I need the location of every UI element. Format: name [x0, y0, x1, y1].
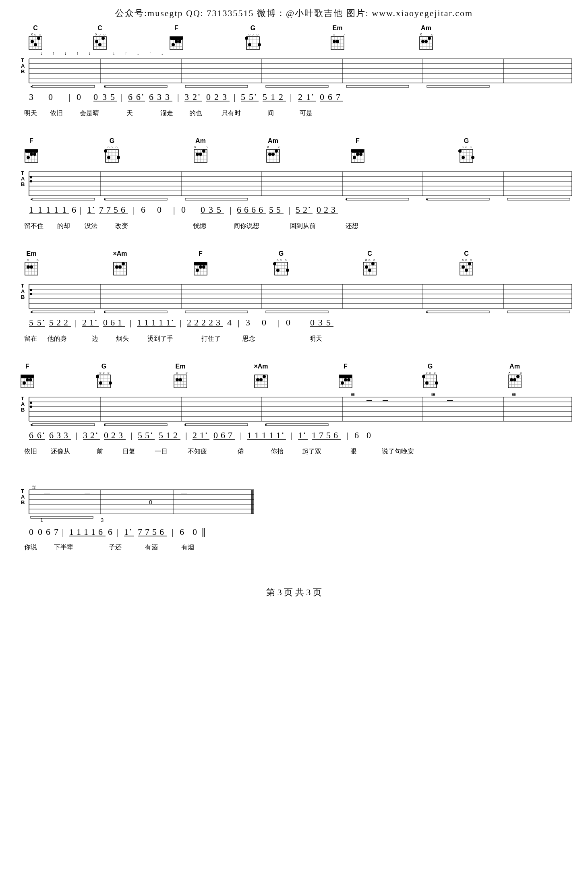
svg-text:子还: 子还: [109, 544, 122, 551]
svg-text:Am: Am: [509, 363, 520, 370]
svg-point-427: [31, 311, 32, 313]
svg-text:A: A: [21, 63, 25, 69]
svg-text:明天: 明天: [309, 335, 322, 342]
svg-text:3: 3: [101, 517, 104, 523]
svg-point-244: [471, 156, 474, 159]
svg-text:0: 0: [104, 430, 108, 440]
svg-point-504: [99, 381, 102, 385]
svg-text:○: ○: [205, 145, 208, 149]
svg-text:×: ×: [95, 32, 97, 37]
svg-point-566: [510, 378, 513, 381]
svg-point-420: [30, 293, 32, 295]
svg-text:2: 2: [201, 317, 206, 327]
svg-text:|: |: [238, 317, 239, 327]
svg-text:6: 6: [328, 92, 332, 102]
svg-text:G: G: [101, 363, 106, 370]
svg-text:•: •: [198, 92, 200, 98]
svg-text:3: 3: [157, 92, 161, 102]
svg-text:|: |: [177, 92, 179, 102]
svg-text:|: |: [240, 430, 242, 440]
svg-point-386: [365, 265, 368, 269]
svg-text:回到从前: 回到从前: [290, 222, 316, 229]
svg-text:F: F: [199, 250, 203, 257]
svg-text:2: 2: [173, 430, 178, 440]
svg-text:|: |: [68, 92, 70, 102]
svg-text:•: •: [205, 431, 207, 436]
svg-text:×Am: ×Am: [113, 250, 127, 257]
svg-text:Em: Em: [27, 250, 37, 257]
svg-point-517: [179, 378, 182, 381]
svg-text:|: |: [278, 317, 280, 327]
svg-text:5: 5: [49, 317, 54, 327]
svg-rect-110: [346, 85, 409, 87]
svg-point-528: [259, 378, 263, 381]
svg-text:Em: Em: [176, 363, 186, 370]
svg-text:1: 1: [46, 205, 50, 215]
svg-text:3: 3: [29, 92, 33, 102]
svg-point-552: [422, 375, 425, 378]
svg-text:1: 1: [269, 430, 273, 440]
svg-text:•: •: [312, 92, 313, 98]
svg-text:3: 3: [56, 430, 61, 440]
svg-text:0: 0: [38, 527, 42, 537]
page-footer: 第 3 页 共 3 页: [0, 586, 588, 611]
svg-text:↓: ↓: [89, 51, 91, 56]
svg-text:○: ○: [99, 371, 101, 375]
svg-text:改变: 改变: [115, 222, 128, 229]
svg-text:≋: ≋: [511, 391, 516, 397]
svg-point-565: [516, 375, 520, 378]
svg-text:|: |: [180, 317, 181, 327]
svg-text:1: 1: [144, 317, 149, 327]
svg-text:1: 1: [312, 430, 316, 440]
svg-text:○: ○: [276, 258, 279, 262]
svg-text:没法: 没法: [85, 222, 97, 229]
svg-text:2: 2: [193, 92, 197, 102]
svg-text:↓: ↓: [161, 51, 164, 56]
svg-text:6: 6: [221, 430, 225, 440]
svg-rect-269: [507, 198, 570, 200]
svg-point-357: [199, 265, 202, 269]
svg-text:|: |: [346, 430, 348, 440]
svg-text:6: 6: [128, 92, 133, 102]
svg-text:•: •: [43, 318, 44, 323]
svg-point-205: [199, 153, 202, 156]
svg-text:还想: 还想: [346, 222, 358, 229]
svg-text:5: 5: [249, 92, 253, 102]
svg-point-273: [426, 199, 428, 200]
svg-text:|: |: [173, 205, 175, 215]
svg-text:6: 6: [110, 317, 115, 327]
svg-text:C: C: [97, 25, 102, 31]
svg-point-38: [178, 40, 181, 43]
svg-point-567: [513, 378, 516, 381]
svg-text:○: ○: [280, 258, 282, 262]
svg-text:○: ○: [107, 371, 110, 375]
svg-text:B: B: [21, 407, 25, 413]
svg-rect-265: [105, 198, 167, 200]
svg-rect-106: [32, 85, 95, 87]
svg-text:5: 5: [114, 205, 118, 215]
svg-text:会是晴: 会是晴: [80, 110, 99, 116]
svg-text:F: F: [344, 363, 348, 370]
svg-text:B: B: [21, 294, 25, 300]
svg-text:6: 6: [149, 92, 153, 102]
svg-point-345: [122, 262, 125, 265]
svg-text:留在: 留在: [24, 335, 37, 342]
svg-point-242: [458, 149, 462, 153]
svg-text:○: ○: [110, 145, 113, 149]
svg-text:0: 0: [103, 317, 108, 327]
svg-text:7: 7: [138, 527, 142, 537]
svg-text:2: 2: [324, 205, 328, 215]
svg-rect-175: [25, 149, 38, 153]
svg-text:•: •: [282, 431, 284, 436]
svg-text:‖: ‖: [201, 527, 206, 537]
svg-text:5: 5: [159, 430, 163, 440]
svg-text:|: |: [76, 430, 77, 440]
svg-text:|: |: [130, 317, 131, 327]
svg-text:0: 0: [29, 527, 33, 537]
svg-text:6: 6: [29, 430, 33, 440]
svg-text:5: 5: [276, 205, 281, 215]
svg-text:明天: 明天: [24, 110, 37, 116]
svg-text:7: 7: [54, 527, 58, 537]
svg-point-336: [30, 265, 33, 269]
svg-text:C: C: [464, 250, 469, 257]
